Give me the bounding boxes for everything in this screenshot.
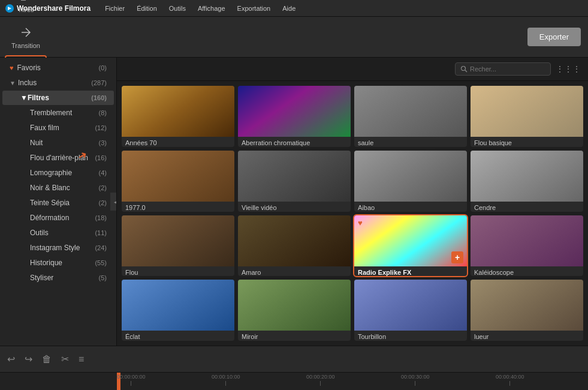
content-area: ⋮⋮⋮ Années 70 Aberration chromatique sau… bbox=[117, 58, 588, 346]
toolbar-btn-titres[interactable]: Titres bbox=[5, 0, 47, 19]
sidebar-label-historique: Historique bbox=[30, 259, 92, 267]
effect-thumb-radio-fx: ♥ + bbox=[354, 215, 467, 266]
effect-label-aberration: Aberration chromatique bbox=[238, 137, 351, 147]
effect-thumb-flou bbox=[122, 215, 234, 266]
sidebar-label-inclus: Inclus bbox=[18, 79, 89, 87]
timeline-ruler: 00:00:00:0000:00:10:0000:00:20:0000:00:3… bbox=[0, 372, 588, 390]
effect-card-flou[interactable]: Flou bbox=[122, 215, 234, 277]
sidebar-item-favoris[interactable]: ♥Favoris(0) bbox=[2, 61, 114, 75]
sidebar-item-filtres[interactable]: ▼Filtres(160) bbox=[2, 91, 114, 105]
ruler-mark-0: 00:00:00:00 bbox=[117, 374, 146, 386]
sidebar-item-nuit[interactable]: Nuit(3) bbox=[2, 136, 114, 150]
ruler-time-1: 00:00:10:00 bbox=[212, 374, 240, 380]
svg-point-17 bbox=[462, 67, 466, 71]
ruler-time-3: 00:00:30:00 bbox=[401, 374, 430, 380]
ruler-mark-2: 00:00:20:00 bbox=[306, 374, 335, 386]
effect-card-aberration[interactable]: Aberration chromatique bbox=[238, 86, 351, 147]
sidebar-item-historique[interactable]: Historique(55) bbox=[2, 256, 114, 270]
effect-label-vieille-video: Vieille vidéo bbox=[238, 202, 351, 212]
menu-item-exportation[interactable]: Exportation bbox=[233, 4, 276, 13]
effect-card-lueur[interactable]: lueur bbox=[471, 280, 583, 341]
sidebar-item-outils[interactable]: Outils(11) bbox=[2, 226, 114, 240]
menu-item-édition[interactable]: Édition bbox=[132, 4, 162, 13]
sidebar-item-sepia[interactable]: Teinte Sépia(2) bbox=[2, 196, 114, 210]
effect-thumb-aibao bbox=[354, 151, 467, 202]
menu-item-affichage[interactable]: Affichage bbox=[193, 4, 230, 13]
menu-item-outils[interactable]: Outils bbox=[164, 4, 191, 13]
sidebar: ♥Favoris(0)▼Inclus(287)▼Filtres(160)Trem… bbox=[0, 58, 117, 346]
search-input[interactable] bbox=[470, 65, 542, 73]
sidebar-item-deformation[interactable]: Déformation(18) bbox=[2, 211, 114, 225]
effect-thumb-miroir bbox=[238, 280, 351, 331]
effect-thumb-vieille-video bbox=[238, 151, 351, 202]
effect-card-eclat[interactable]: Éclat bbox=[122, 280, 234, 341]
undo-button[interactable]: ↩ bbox=[5, 352, 17, 366]
effect-label-cendre: Cendre bbox=[471, 202, 583, 212]
toolbar-label-transition: Transition bbox=[11, 42, 40, 49]
sidebar-label-nuit: Nuit bbox=[30, 139, 97, 147]
ruler-time-0: 00:00:00:00 bbox=[117, 374, 146, 380]
search-box[interactable] bbox=[455, 62, 551, 76]
sidebar-item-faux-film[interactable]: Faux film(12) bbox=[2, 121, 114, 135]
ruler-time-2: 00:00:20:00 bbox=[306, 374, 335, 380]
effect-thumb-annees-70 bbox=[122, 86, 234, 137]
sidebar-item-tremblement[interactable]: Tremblement(8) bbox=[2, 106, 114, 120]
export-button[interactable]: Exporter bbox=[527, 28, 581, 46]
effect-thumb-kaleidoscope bbox=[471, 215, 583, 266]
sidebar-item-lomo[interactable]: Lomographie(4) bbox=[2, 166, 114, 180]
effect-label-lueur: lueur bbox=[471, 331, 583, 341]
cut-button[interactable]: ✂ bbox=[59, 352, 71, 366]
menu-item-aide[interactable]: Aide bbox=[278, 4, 300, 13]
sidebar-item-instagram[interactable]: Instagram Style(24) bbox=[2, 241, 114, 255]
effects-grid: Années 70 Aberration chromatique saule F… bbox=[117, 81, 588, 346]
effect-card-flou-basique[interactable]: Flou basique bbox=[471, 86, 583, 147]
sidebar-label-filtres: Filtres bbox=[28, 94, 89, 102]
sidebar-count-nb: (2) bbox=[99, 184, 107, 191]
ruler-inner: 00:00:00:0000:00:10:0000:00:20:0000:00:3… bbox=[117, 373, 588, 390]
heart-icon: ♥ bbox=[10, 64, 14, 71]
effect-card-annees-70[interactable]: Années 70 bbox=[122, 86, 234, 147]
delete-button[interactable]: 🗑 bbox=[40, 353, 54, 366]
menu-item-fichier[interactable]: Fichier bbox=[100, 4, 129, 13]
effect-card-cendre[interactable]: Cendre bbox=[471, 151, 583, 212]
sidebar-count-inclus: (287) bbox=[91, 79, 107, 86]
effect-card-radio-fx[interactable]: ♥ + Radio Explike FX bbox=[354, 215, 467, 277]
grid-view-icon[interactable]: ⋮⋮⋮ bbox=[556, 64, 581, 74]
adjust-button[interactable]: ≡ bbox=[76, 353, 86, 366]
card-plus-radio-fx[interactable]: + bbox=[451, 251, 463, 263]
redo-button[interactable]: ↪ bbox=[22, 352, 35, 366]
effect-card-saule[interactable]: saule bbox=[354, 86, 467, 147]
chevron-icon-inclus: ▼ bbox=[10, 80, 16, 86]
search-icon bbox=[460, 65, 468, 73]
toolbar-btn-transition[interactable]: Transition bbox=[5, 19, 47, 55]
sidebar-label-instagram: Instagram Style bbox=[30, 244, 92, 252]
effect-card-1977[interactable]: 1977.0 bbox=[122, 151, 234, 212]
effect-label-flou-basique: Flou basique bbox=[471, 137, 583, 147]
effect-thumb-tourbillon bbox=[354, 280, 467, 331]
sidebar-label-favoris: Favoris bbox=[17, 64, 97, 72]
sidebar-count-instagram: (24) bbox=[95, 244, 107, 251]
effect-card-amaro[interactable]: Amaro bbox=[238, 215, 351, 277]
sidebar-label-deformation: Déformation bbox=[30, 214, 92, 222]
effect-card-miroir[interactable]: Miroir bbox=[238, 280, 351, 341]
effect-label-miroir: Miroir bbox=[238, 331, 351, 341]
ruler-mark-1: 00:00:10:00 bbox=[212, 374, 240, 386]
sidebar-item-styliser[interactable]: Styliser(5) bbox=[2, 271, 114, 285]
effect-card-tourbillon[interactable]: Tourbillon bbox=[354, 280, 467, 341]
ruler-tick-0 bbox=[131, 381, 131, 386]
effect-card-kaleidoscope[interactable]: Kaléidoscope bbox=[471, 215, 583, 277]
sidebar-toggle[interactable]: ◀ bbox=[110, 193, 117, 211]
sidebar-label-outils: Outils bbox=[30, 229, 92, 237]
content-header: ⋮⋮⋮ bbox=[117, 58, 588, 81]
sidebar-item-flou-arriere[interactable]: Flou d'arrière-plan(16) bbox=[2, 151, 114, 165]
effect-card-vieille-video[interactable]: Vieille vidéo bbox=[238, 151, 351, 212]
sidebar-count-outils: (11) bbox=[95, 229, 107, 236]
sidebar-count-faux-film: (12) bbox=[95, 124, 107, 131]
sidebar-label-nb: Noir & Blanc bbox=[30, 184, 97, 192]
ruler-mark-4: 00:00:40:00 bbox=[496, 374, 524, 386]
sidebar-item-nb[interactable]: Noir & Blanc(2) bbox=[2, 181, 114, 195]
sidebar-label-lomo: Lomographie bbox=[30, 169, 97, 177]
sidebar-item-inclus[interactable]: ▼Inclus(287) bbox=[2, 76, 114, 90]
timeline-controls: ↩ ↪ 🗑 ✂ ≡ bbox=[0, 346, 588, 372]
effect-card-aibao[interactable]: Aibao bbox=[354, 151, 467, 212]
